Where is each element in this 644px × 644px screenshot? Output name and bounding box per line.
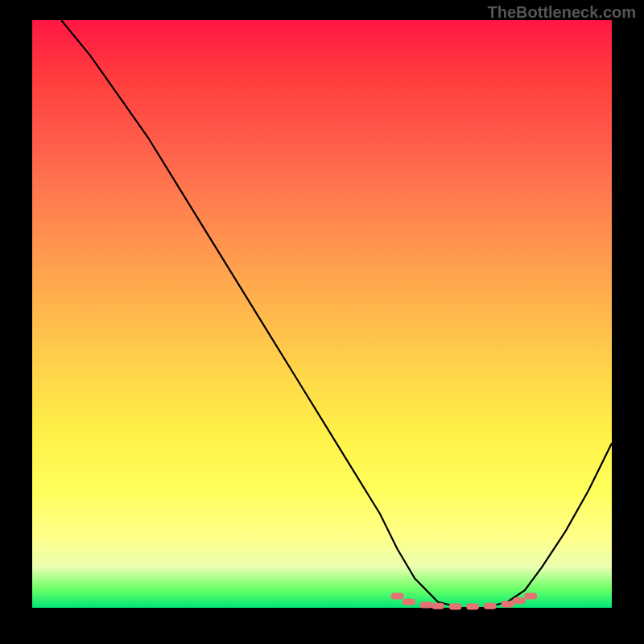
flat-marker: [484, 603, 497, 609]
flat-marker: [501, 601, 514, 608]
flat-marker: [513, 597, 526, 604]
flat-marker: [466, 604, 479, 610]
plot-area: [32, 20, 612, 608]
watermark-text: TheBottleneck.com: [488, 3, 636, 22]
flat-marker: [524, 592, 537, 599]
flat-marker: [402, 599, 415, 605]
flat-marker: [420, 601, 433, 608]
flat-marker: [391, 592, 404, 599]
flat-marker: [449, 604, 462, 610]
curve-line: [61, 20, 612, 608]
chart-svg: [32, 20, 612, 608]
flat-marker: [431, 603, 444, 609]
